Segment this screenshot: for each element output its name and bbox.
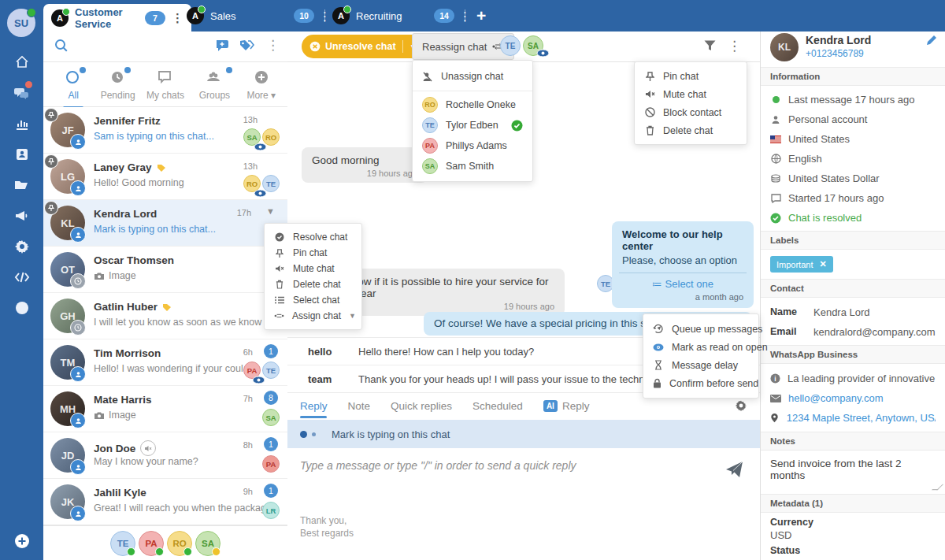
team-presence-footer: TE PA RO SA (43, 525, 287, 560)
unresolve-chat-button[interactable]: Unresolve chat ▼ (302, 35, 425, 58)
edit-pencil-icon[interactable] (926, 35, 937, 46)
select-one-action[interactable]: ≔ Select one (622, 278, 743, 290)
filter-funnel-icon[interactable] (703, 39, 717, 52)
tab-note[interactable]: Note (348, 400, 371, 412)
chat-row-kendra-lord[interactable]: KL Kendra Lord Mark is typing on this ch… (43, 200, 287, 247)
chat-row-oscar-thomsen[interactable]: OT Oscar Thomsen Image 5h (43, 247, 287, 293)
workspace-tab-customer-service[interactable]: A Customer Service 7 ⋮ (43, 4, 191, 32)
chat-row-jon-doe[interactable]: JD Jon Doe May I know your name? 8h 1 PA (43, 432, 287, 479)
add-new-icon[interactable] (0, 526, 43, 556)
unread-count-badge: 1 (264, 484, 278, 498)
team-member-avatar[interactable]: SA (195, 531, 220, 556)
team-member-avatar[interactable]: TE (110, 531, 135, 556)
composer-settings-gear-icon[interactable] (735, 399, 747, 412)
workspace-tab-sales[interactable]: A Sales (187, 0, 236, 32)
menu-item-assign-chat[interactable]: Assign chat ▼ (265, 308, 361, 324)
chat-list-menu-icon[interactable]: ⋮ (266, 39, 280, 52)
analytics-icon[interactable] (0, 109, 43, 139)
conversation-menu-icon[interactable]: ⋮ (728, 39, 741, 53)
inbound-message: know if it is possible to hire your serv… (336, 269, 565, 316)
menu-item-mark-read-on-open[interactable]: Mark as read on open (643, 338, 758, 356)
chat-row-gatlin-huber[interactable]: GH Gatlin Huber I will let you know as s… (43, 293, 287, 339)
filter-tab-groups[interactable]: Groups (191, 69, 238, 101)
app-window: A Customer Service 7 ⋮ A Sales 10 ⋮ A Re… (0, 0, 945, 560)
broadcast-icon[interactable] (0, 201, 43, 231)
chevron-down-icon: ▼ (349, 312, 356, 320)
filter-tab-pending[interactable]: Pending (95, 69, 139, 101)
tab-scheduled[interactable]: Scheduled (472, 400, 523, 412)
add-workspace-button[interactable]: + (476, 6, 486, 25)
message-text: Good morning (312, 154, 417, 166)
user-avatar[interactable]: SU (7, 9, 35, 37)
menu-item-resolve-chat[interactable]: Resolve chat (265, 229, 361, 245)
workspace-menu-icon[interactable]: ⋮ (172, 12, 183, 24)
tab-reply[interactable]: Reply (300, 400, 328, 412)
menu-item-pin-chat[interactable]: Pin chat (635, 67, 747, 85)
chats-icon[interactable] (0, 78, 43, 108)
away-dot (212, 547, 220, 556)
filter-tab-my-chats[interactable]: My chats (140, 69, 191, 101)
folder-icon[interactable] (0, 170, 43, 200)
contacts-icon[interactable] (0, 139, 43, 169)
envelope-icon (770, 395, 781, 402)
menu-item-member-tylor[interactable]: TE Tylor Edben (413, 115, 532, 135)
menu-item-select-chat[interactable]: Select chat (265, 292, 361, 308)
chats-notification-dot (25, 81, 32, 88)
menu-item-unassign-chat[interactable]: Unassign chat (413, 65, 532, 87)
team-member-avatar[interactable]: PA (139, 531, 164, 556)
business-address[interactable]: 1234 Maple Street, Anytown, USA 12… (761, 408, 945, 428)
team-member-avatar[interactable]: RO (167, 531, 192, 556)
tab-ai-reply[interactable]: AIReply (543, 400, 590, 412)
filter-tab-more[interactable]: More ▾ (239, 69, 284, 101)
reassign-chat-button[interactable]: Reassign chat (412, 33, 514, 60)
menu-item-mute-chat[interactable]: Mute chat (635, 85, 747, 103)
labels-tag-icon[interactable] (239, 39, 254, 52)
info-currency: United States Dollar (761, 169, 945, 188)
chat-row-laney-gray[interactable]: LG Laney Gray Hello! Good morning 13h RO… (43, 154, 287, 200)
search-icon[interactable] (54, 38, 69, 54)
filter-tab-all[interactable]: All (51, 69, 95, 101)
menu-item-pin-chat[interactable]: Pin chat (265, 245, 361, 261)
chevron-down-icon[interactable]: ▼ (266, 206, 275, 216)
menu-item-member-sam[interactable]: SA Sam Smith (413, 156, 532, 176)
menu-item-delete-chat[interactable]: Delete chat (265, 276, 361, 292)
filter-label: My chats (146, 90, 184, 101)
ai-badge: AI (543, 400, 558, 412)
filter-dot (124, 67, 131, 73)
chat-name: Kendra Lord (94, 208, 157, 220)
label-chip-important[interactable]: Important✕ (770, 256, 833, 273)
notes-textarea[interactable]: Send invoice from the last 2 months (761, 451, 945, 494)
info-account-type: Personal account (761, 109, 945, 129)
menu-item-message-delay[interactable]: Message delay (643, 356, 758, 374)
chat-row-jahlil-kyle[interactable]: JK Jahlil Kyle Great! I will reach you w… (43, 479, 287, 525)
home-icon[interactable] (0, 47, 43, 77)
menu-item-mute-chat[interactable]: Mute chat (265, 261, 361, 276)
message-input[interactable]: Type a message or type "/" in order to s… (300, 459, 576, 472)
chat-row-jennifer-fritz[interactable]: JF Jennifer Fritz Sam is typing on this … (43, 107, 287, 154)
new-chat-icon[interactable] (215, 39, 230, 52)
check-circle-icon (770, 213, 781, 224)
chat-row-tim-morrison[interactable]: TM Tim Morrison Hello! I was wondering i… (43, 339, 287, 386)
assigned-agent-avatar[interactable]: TE (500, 35, 521, 56)
menu-item-queue-messages[interactable]: Queue up messages (643, 320, 758, 338)
contact-phone[interactable]: +0123456789 (806, 48, 864, 59)
contact-email-row: Emailkendralord@company.com (761, 322, 945, 342)
workspace-tab-recruiting[interactable]: A Recruiting (332, 0, 402, 32)
menu-item-delete-chat[interactable]: Delete chat (635, 121, 747, 139)
settings-gear-icon[interactable] (0, 232, 43, 261)
menu-item-member-rochelle[interactable]: RO Rochelle Oneke (413, 95, 532, 115)
chat-row-mate-harris[interactable]: MH Mate Harris Image 7h 8 SA (43, 386, 287, 432)
code-icon[interactable] (0, 262, 43, 292)
remove-label-icon[interactable]: ✕ (819, 259, 826, 269)
menu-item-confirm-before-send[interactable]: Confirm before send (643, 374, 758, 392)
resize-handle[interactable] (932, 484, 943, 491)
help-icon[interactable]: ? (0, 293, 43, 323)
menu-item-block-contact[interactable]: Block contact (635, 103, 747, 121)
section-labels: Labels (761, 231, 945, 250)
business-email[interactable]: hello@company.com (761, 388, 945, 408)
send-icon[interactable] (725, 461, 744, 478)
menu-item-member-phillys[interactable]: PA Phillys Adams (413, 135, 532, 156)
message-composer: Type a message or type "/" in order to s… (287, 448, 760, 560)
chat-preview: Hello! Good morning (94, 177, 184, 188)
tab-quick-replies[interactable]: Quick replies (391, 400, 452, 412)
